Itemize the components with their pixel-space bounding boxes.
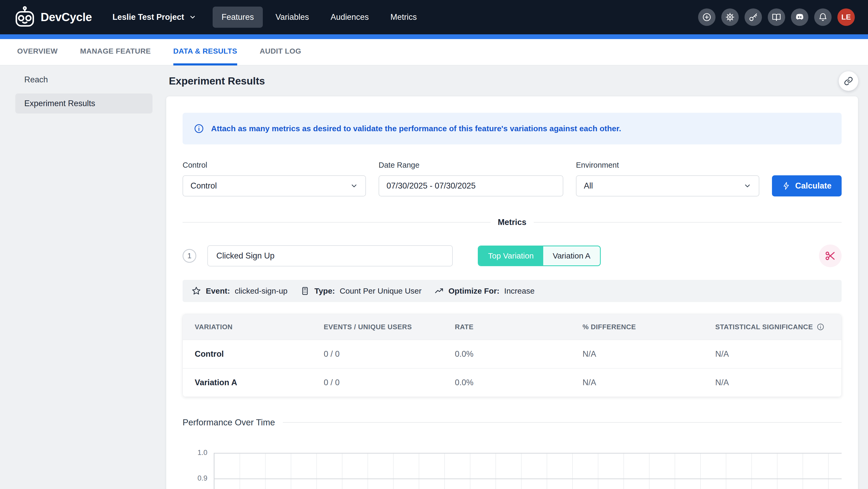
copy-link-button[interactable] <box>839 71 858 91</box>
cell-difference: N/A <box>583 378 715 387</box>
nav-tab-metrics[interactable]: Metrics <box>381 7 426 28</box>
sidebar-item-reach[interactable]: Reach <box>15 70 153 90</box>
cell-difference: N/A <box>583 349 715 359</box>
toggle-top-variation[interactable]: Top Variation <box>478 246 543 265</box>
gear-icon <box>725 12 735 22</box>
cell-rate: 0.0% <box>455 378 583 387</box>
type-label: Type: <box>314 286 335 295</box>
calculate-button[interactable]: Calculate <box>772 175 842 197</box>
date-range-input[interactable] <box>379 175 563 197</box>
performance-divider-line <box>283 422 842 423</box>
statistical-significance-label: STATISTICAL SIGNIFICANCE <box>715 323 813 331</box>
book-icon <box>772 12 781 22</box>
control-label: Control <box>183 161 366 170</box>
tab-manage-feature[interactable]: MANAGE FEATURE <box>80 39 151 65</box>
discord-button[interactable] <box>791 8 808 26</box>
feature-tabstrip: OVERVIEW MANAGE FEATURE DATA & RESULTS A… <box>0 39 868 65</box>
experiment-results-card: Attach as many metrics as desired to val… <box>166 96 858 489</box>
project-name: Leslie Test Project <box>113 12 184 22</box>
top-navbar: DevCycle Leslie Test Project Features Va… <box>0 0 868 34</box>
api-keys-button[interactable] <box>745 8 762 26</box>
sidebar: Reach Experiment Results <box>0 65 158 489</box>
filters-row: Control Control Date Range Environment A… <box>183 161 842 197</box>
tab-audit-log[interactable]: AUDIT LOG <box>259 39 301 65</box>
user-avatar[interactable]: LE <box>837 8 855 26</box>
type-summary: Type: Count Per Unique User <box>300 286 422 296</box>
navbar-actions: LE <box>698 8 855 26</box>
settings-button[interactable] <box>721 8 739 26</box>
date-range-label: Date Range <box>379 161 563 170</box>
project-selector[interactable]: Leslie Test Project <box>113 12 196 22</box>
sidebar-item-experiment-results[interactable]: Experiment Results <box>15 93 153 114</box>
scissors-icon <box>825 250 836 262</box>
add-button[interactable] <box>698 8 715 26</box>
variation-toggle: Top Variation Variation A <box>478 246 601 266</box>
info-banner: Attach as many metrics as desired to val… <box>183 113 842 144</box>
col-variation: VARIATION <box>195 323 324 331</box>
y-tick-1.0: 1.0 <box>197 449 207 457</box>
col-pct-difference: % DIFFERENCE <box>583 323 715 331</box>
y-tick-0.9: 0.9 <box>197 474 207 482</box>
robot-logo-icon <box>13 5 36 29</box>
performance-header: Performance Over Time <box>183 418 842 428</box>
nav-tab-audiences[interactable]: Audiences <box>321 7 378 28</box>
notifications-button[interactable] <box>814 8 832 26</box>
event-value: clicked-sign-up <box>235 286 287 295</box>
nav-tab-features[interactable]: Features <box>213 7 263 28</box>
discord-icon <box>795 12 804 22</box>
control-select-value: Control <box>190 181 217 191</box>
optimize-label: Optimize For: <box>448 286 499 295</box>
chevron-down-icon <box>189 13 196 21</box>
table-header-row: VARIATION EVENTS / UNIQUE USERS RATE % D… <box>183 314 841 340</box>
nav-tab-variables[interactable]: Variables <box>267 7 318 28</box>
metrics-divider: Metrics <box>183 218 842 227</box>
col-events-unique-users: EVENTS / UNIQUE USERS <box>324 323 455 331</box>
metric-index-badge: 1 <box>183 249 196 263</box>
info-banner-text: Attach as many metrics as desired to val… <box>211 124 621 133</box>
divider-line <box>534 222 842 223</box>
gridline-1.0 <box>215 453 842 454</box>
bell-icon <box>818 12 828 22</box>
chevron-down-icon <box>350 182 358 190</box>
lightning-icon <box>782 182 790 190</box>
toggle-variation-a[interactable]: Variation A <box>543 246 600 265</box>
environment-select[interactable]: All <box>576 175 759 197</box>
remove-metric-button[interactable] <box>819 244 842 267</box>
environment-select-value: All <box>584 181 593 191</box>
page-title: Experiment Results <box>169 75 265 87</box>
info-icon[interactable] <box>816 323 825 331</box>
type-value: Count Per Unique User <box>340 286 422 295</box>
environment-filter: Environment All <box>576 161 759 197</box>
tab-overview[interactable]: OVERVIEW <box>17 39 58 65</box>
performance-chart: 1.0 0.9 <box>183 453 842 489</box>
table-row: Variation A 0 / 0 0.0% N/A N/A <box>183 368 841 397</box>
star-icon <box>191 286 201 296</box>
accent-strip <box>0 34 868 39</box>
tab-data-and-results[interactable]: DATA & RESULTS <box>173 39 238 65</box>
calculator-icon <box>300 286 310 296</box>
cell-variation: Variation A <box>195 378 324 387</box>
cell-rate: 0.0% <box>455 349 583 359</box>
performance-title: Performance Over Time <box>183 418 275 428</box>
control-filter: Control Control <box>183 161 366 197</box>
optimize-value: Increase <box>504 286 534 295</box>
trending-up-icon <box>434 286 444 296</box>
control-select[interactable]: Control <box>183 175 366 197</box>
event-summary: Event: clicked-sign-up <box>191 286 287 296</box>
metric-name-input[interactable] <box>207 245 453 266</box>
col-statistical-significance: STATISTICAL SIGNIFICANCE <box>715 323 841 331</box>
cell-events: 0 / 0 <box>324 378 455 387</box>
chart-y-axis: 1.0 0.9 <box>183 453 214 489</box>
results-table: VARIATION EVENTS / UNIQUE USERS RATE % D… <box>183 314 842 397</box>
col-rate: RATE <box>455 323 583 331</box>
cell-significance: N/A <box>715 378 841 387</box>
brand-name: DevCycle <box>41 10 92 24</box>
metrics-divider-label: Metrics <box>498 218 527 227</box>
divider-line <box>183 222 491 223</box>
docs-button[interactable] <box>768 8 785 26</box>
plus-circle-icon <box>702 12 712 22</box>
devcycle-logo[interactable]: DevCycle <box>13 5 92 29</box>
link-icon <box>844 76 853 86</box>
metric-row: 1 Top Variation Variation A <box>183 244 842 267</box>
event-label: Event: <box>206 286 230 295</box>
